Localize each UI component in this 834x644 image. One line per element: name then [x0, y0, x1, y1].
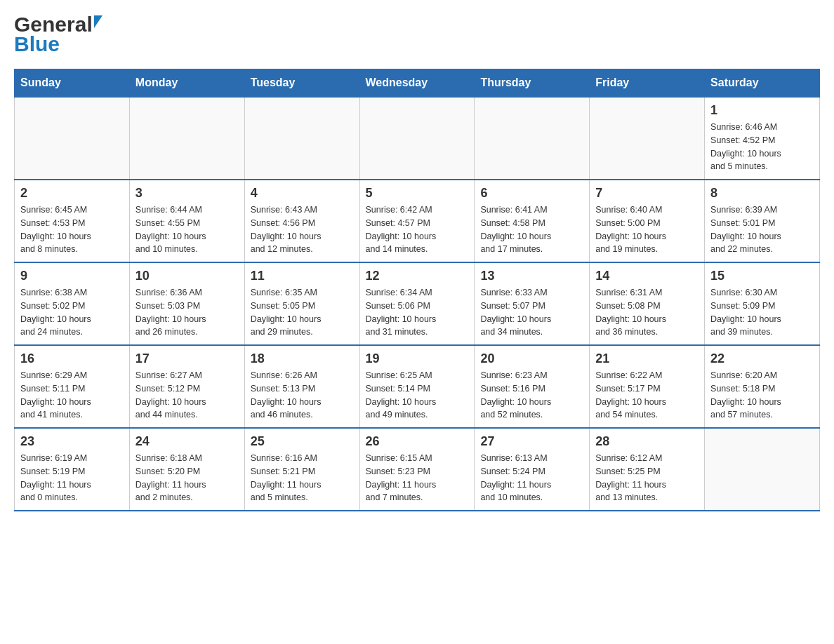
day-number: 25	[251, 434, 354, 449]
weekday-header-wednesday: Wednesday	[359, 69, 475, 98]
day-info: Sunrise: 6:12 AM Sunset: 5:25 PM Dayligh…	[595, 452, 699, 504]
calendar-day-cell: 1Sunrise: 6:46 AM Sunset: 4:52 PM Daylig…	[705, 97, 820, 180]
day-info: Sunrise: 6:38 AM Sunset: 5:02 PM Dayligh…	[20, 286, 124, 339]
calendar-day-cell	[244, 97, 359, 180]
day-info: Sunrise: 6:40 AM Sunset: 5:00 PM Dayligh…	[595, 203, 699, 256]
calendar-week-2: 2Sunrise: 6:45 AM Sunset: 4:53 PM Daylig…	[15, 180, 820, 262]
calendar-day-cell: 22Sunrise: 6:20 AM Sunset: 5:18 PM Dayli…	[705, 345, 820, 428]
day-info: Sunrise: 6:44 AM Sunset: 4:55 PM Dayligh…	[135, 203, 239, 256]
calendar-day-cell: 28Sunrise: 6:12 AM Sunset: 5:25 PM Dayli…	[590, 428, 705, 511]
calendar-day-cell: 19Sunrise: 6:25 AM Sunset: 5:14 PM Dayli…	[359, 345, 475, 428]
day-info: Sunrise: 6:29 AM Sunset: 5:11 PM Dayligh…	[20, 369, 124, 422]
day-info: Sunrise: 6:19 AM Sunset: 5:19 PM Dayligh…	[20, 452, 124, 504]
calendar-day-cell: 21Sunrise: 6:22 AM Sunset: 5:17 PM Dayli…	[590, 345, 705, 428]
calendar-day-cell	[590, 97, 705, 180]
day-number: 20	[480, 351, 583, 366]
day-number: 3	[135, 186, 239, 201]
calendar-week-1: 1Sunrise: 6:46 AM Sunset: 4:52 PM Daylig…	[15, 97, 820, 180]
day-info: Sunrise: 6:15 AM Sunset: 5:23 PM Dayligh…	[366, 452, 469, 504]
calendar-day-cell: 14Sunrise: 6:31 AM Sunset: 5:08 PM Dayli…	[590, 262, 705, 345]
day-info: Sunrise: 6:26 AM Sunset: 5:13 PM Dayligh…	[251, 369, 354, 422]
calendar-table: SundayMondayTuesdayWednesdayThursdayFrid…	[14, 69, 820, 511]
day-number: 26	[366, 434, 469, 449]
day-info: Sunrise: 6:31 AM Sunset: 5:08 PM Dayligh…	[595, 286, 699, 339]
logo-arrow-icon	[94, 15, 102, 28]
logo-blue-text: Blue	[14, 34, 102, 55]
day-number: 15	[710, 269, 814, 283]
day-number: 1	[710, 103, 814, 118]
day-info: Sunrise: 6:13 AM Sunset: 5:24 PM Dayligh…	[480, 452, 583, 504]
day-info: Sunrise: 6:30 AM Sunset: 5:09 PM Dayligh…	[710, 286, 814, 339]
calendar-day-cell: 9Sunrise: 6:38 AM Sunset: 5:02 PM Daylig…	[15, 262, 130, 345]
calendar-day-cell: 16Sunrise: 6:29 AM Sunset: 5:11 PM Dayli…	[15, 345, 130, 428]
calendar-day-cell: 25Sunrise: 6:16 AM Sunset: 5:21 PM Dayli…	[244, 428, 359, 511]
day-info: Sunrise: 6:33 AM Sunset: 5:07 PM Dayligh…	[480, 286, 583, 339]
calendar-day-cell: 27Sunrise: 6:13 AM Sunset: 5:24 PM Dayli…	[475, 428, 590, 511]
day-info: Sunrise: 6:23 AM Sunset: 5:16 PM Dayligh…	[480, 369, 583, 422]
day-number: 5	[366, 186, 469, 201]
page-header: General Blue	[14, 14, 820, 55]
day-info: Sunrise: 6:20 AM Sunset: 5:18 PM Dayligh…	[710, 369, 814, 422]
day-info: Sunrise: 6:16 AM Sunset: 5:21 PM Dayligh…	[251, 452, 354, 504]
calendar-day-cell: 8Sunrise: 6:39 AM Sunset: 5:01 PM Daylig…	[705, 180, 820, 262]
calendar-day-cell: 4Sunrise: 6:43 AM Sunset: 4:56 PM Daylig…	[244, 180, 359, 262]
day-info: Sunrise: 6:35 AM Sunset: 5:05 PM Dayligh…	[251, 286, 354, 339]
calendar-day-cell: 18Sunrise: 6:26 AM Sunset: 5:13 PM Dayli…	[244, 345, 359, 428]
day-info: Sunrise: 6:42 AM Sunset: 4:57 PM Dayligh…	[366, 203, 469, 256]
calendar-day-cell: 3Sunrise: 6:44 AM Sunset: 4:55 PM Daylig…	[129, 180, 244, 262]
calendar-day-cell	[359, 97, 475, 180]
day-info: Sunrise: 6:45 AM Sunset: 4:53 PM Dayligh…	[20, 203, 124, 256]
calendar-day-cell: 12Sunrise: 6:34 AM Sunset: 5:06 PM Dayli…	[359, 262, 475, 345]
day-number: 19	[366, 351, 469, 366]
day-number: 14	[595, 269, 699, 283]
calendar-week-5: 23Sunrise: 6:19 AM Sunset: 5:19 PM Dayli…	[15, 428, 820, 511]
day-number: 13	[480, 269, 583, 283]
day-number: 18	[251, 351, 354, 366]
calendar-day-cell: 24Sunrise: 6:18 AM Sunset: 5:20 PM Dayli…	[129, 428, 244, 511]
weekday-header-friday: Friday	[590, 69, 705, 98]
calendar-day-cell: 6Sunrise: 6:41 AM Sunset: 4:58 PM Daylig…	[475, 180, 590, 262]
calendar-day-cell: 26Sunrise: 6:15 AM Sunset: 5:23 PM Dayli…	[359, 428, 475, 511]
calendar-day-cell: 20Sunrise: 6:23 AM Sunset: 5:16 PM Dayli…	[475, 345, 590, 428]
weekday-header-saturday: Saturday	[705, 69, 820, 98]
calendar-day-cell: 13Sunrise: 6:33 AM Sunset: 5:07 PM Dayli…	[475, 262, 590, 345]
calendar-day-cell	[475, 97, 590, 180]
day-number: 17	[135, 351, 239, 366]
calendar-week-3: 9Sunrise: 6:38 AM Sunset: 5:02 PM Daylig…	[15, 262, 820, 345]
weekday-header-row: SundayMondayTuesdayWednesdayThursdayFrid…	[15, 69, 820, 98]
day-info: Sunrise: 6:27 AM Sunset: 5:12 PM Dayligh…	[135, 369, 239, 422]
day-number: 12	[366, 269, 469, 283]
day-number: 9	[20, 269, 124, 283]
day-number: 28	[595, 434, 699, 449]
day-info: Sunrise: 6:39 AM Sunset: 5:01 PM Dayligh…	[710, 203, 814, 256]
day-number: 21	[595, 351, 699, 366]
weekday-header-monday: Monday	[129, 69, 244, 98]
calendar-day-cell	[129, 97, 244, 180]
day-info: Sunrise: 6:25 AM Sunset: 5:14 PM Dayligh…	[366, 369, 469, 422]
day-info: Sunrise: 6:43 AM Sunset: 4:56 PM Dayligh…	[251, 203, 354, 256]
calendar-week-4: 16Sunrise: 6:29 AM Sunset: 5:11 PM Dayli…	[15, 345, 820, 428]
day-number: 10	[135, 269, 239, 283]
day-number: 4	[251, 186, 354, 201]
day-info: Sunrise: 6:22 AM Sunset: 5:17 PM Dayligh…	[595, 369, 699, 422]
weekday-header-sunday: Sunday	[15, 69, 130, 98]
calendar-day-cell: 17Sunrise: 6:27 AM Sunset: 5:12 PM Dayli…	[129, 345, 244, 428]
weekday-header-tuesday: Tuesday	[244, 69, 359, 98]
day-number: 2	[20, 186, 124, 201]
day-number: 8	[710, 186, 814, 201]
day-number: 23	[20, 434, 124, 449]
calendar-day-cell	[15, 97, 130, 180]
calendar-day-cell: 5Sunrise: 6:42 AM Sunset: 4:57 PM Daylig…	[359, 180, 475, 262]
calendar-day-cell: 23Sunrise: 6:19 AM Sunset: 5:19 PM Dayli…	[15, 428, 130, 511]
day-number: 22	[710, 351, 814, 366]
day-info: Sunrise: 6:18 AM Sunset: 5:20 PM Dayligh…	[135, 452, 239, 504]
calendar-day-cell: 11Sunrise: 6:35 AM Sunset: 5:05 PM Dayli…	[244, 262, 359, 345]
calendar-day-cell: 7Sunrise: 6:40 AM Sunset: 5:00 PM Daylig…	[590, 180, 705, 262]
weekday-header-thursday: Thursday	[475, 69, 590, 98]
logo: General Blue	[14, 14, 102, 55]
day-number: 24	[135, 434, 239, 449]
day-number: 6	[480, 186, 583, 201]
day-info: Sunrise: 6:41 AM Sunset: 4:58 PM Dayligh…	[480, 203, 583, 256]
day-number: 11	[251, 269, 354, 283]
calendar-day-cell: 10Sunrise: 6:36 AM Sunset: 5:03 PM Dayli…	[129, 262, 244, 345]
